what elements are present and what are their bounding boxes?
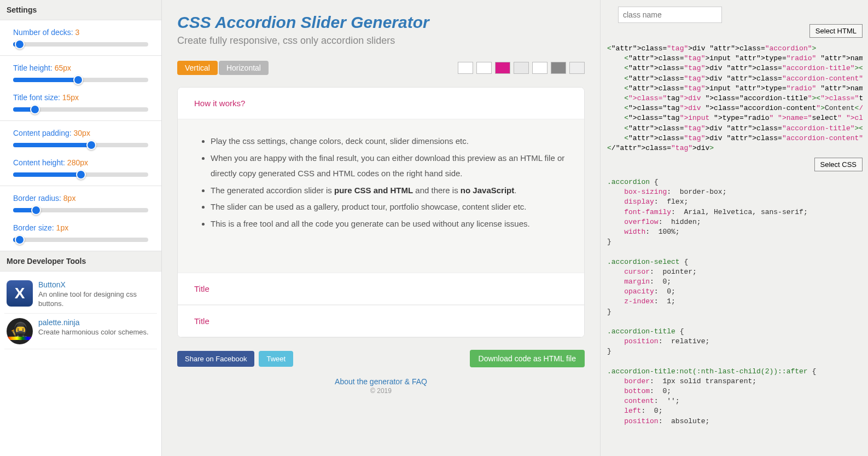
accordion-title-1[interactable]: How it works? [178, 88, 584, 119]
tweet-button[interactable]: Tweet [259, 351, 293, 367]
tool-title: ButtonX [38, 280, 155, 289]
tool-item[interactable]: 🥷 palette.ninja Create harmonious color … [4, 314, 157, 349]
select-html-button[interactable]: Select HTML [809, 24, 863, 38]
tools-header: More Developer Tools [0, 251, 161, 272]
slider[interactable] [13, 172, 148, 177]
slider-thumb[interactable] [86, 140, 96, 150]
color-swatch-3[interactable] [495, 62, 510, 74]
top-controls-row: Vertical Horizontal [177, 61, 585, 75]
accordion-content-1: Play the css settings, change colors, de… [178, 119, 584, 273]
slider[interactable] [13, 143, 148, 147]
bullet-item: The generated accordion slider is pure C… [211, 183, 568, 199]
setting-group: Border size: 1px [0, 216, 161, 251]
slider-thumb[interactable] [15, 39, 25, 49]
color-swatch-7[interactable] [569, 62, 585, 74]
tool-info: ButtonX An online tool for designing css… [38, 280, 155, 309]
class-name-input[interactable] [618, 7, 722, 23]
settings-panel: Settings Number of decks: 3 Title height… [0, 0, 162, 456]
main-panel: CSS Accordion Slider Generator Create fu… [162, 0, 600, 456]
slider[interactable] [13, 208, 148, 212]
footer: About the generator & FAQ © 2019 [177, 377, 585, 395]
slider[interactable] [13, 42, 148, 47]
color-swatch-2[interactable] [476, 62, 492, 74]
select-css-button[interactable]: Select CSS [814, 158, 863, 171]
html-code-area[interactable]: <"attr">class="tag">div "attr">class="ac… [605, 27, 863, 158]
color-swatch-1[interactable] [458, 62, 473, 74]
setting-label: Border size: 1px [13, 223, 148, 232]
share-row: Share on Facebook Tweet Download code as… [177, 350, 585, 367]
tab-horizontal[interactable]: Horizontal [219, 61, 269, 75]
setting-label: Border radius: 8px [13, 194, 148, 203]
setting-group: Number of decks: 3 [0, 20, 161, 56]
share-buttons: Share on Facebook Tweet [177, 351, 293, 367]
slider-thumb[interactable] [30, 105, 40, 114]
setting-label: Title height: 65px [13, 64, 148, 72]
accordion-preview: How it works? Play the css settings, cha… [177, 87, 585, 338]
page-title: CSS Accordion Slider Generator [177, 13, 585, 32]
setting-label: Content height: 280px [13, 158, 148, 167]
tool-description: Create harmonious color schemes. [38, 328, 149, 337]
tool-item[interactable]: X ButtonX An online tool for designing c… [4, 276, 157, 314]
slider[interactable] [13, 78, 148, 82]
tab-vertical[interactable]: Vertical [177, 61, 218, 75]
color-swatch-4[interactable] [514, 62, 529, 74]
slider[interactable] [13, 238, 148, 242]
setting-group: Title height: 65px [0, 56, 161, 85]
slider[interactable] [13, 107, 148, 112]
setting-label: Number of decks: 3 [13, 28, 148, 37]
page-subtitle: Create fully responsive, css only accord… [177, 35, 585, 47]
setting-label: Content padding: 30px [13, 129, 148, 137]
setting-group: Content padding: 30px [0, 121, 161, 151]
setting-group: Border radius: 8px [0, 186, 161, 216]
slider-thumb[interactable] [31, 205, 41, 215]
color-swatch-5[interactable] [532, 62, 547, 74]
slider-thumb[interactable] [73, 75, 83, 85]
setting-group: Content height: 280px [0, 151, 161, 186]
tool-icon: 🥷 [7, 318, 33, 344]
color-swatches [458, 62, 585, 74]
bullet-item: Play the css settings, change colors, de… [211, 134, 568, 149]
accordion-title-2[interactable]: Title [178, 273, 584, 305]
tool-description: An online tool for designing css buttons… [38, 290, 155, 309]
bullet-item: When you are happy with the final result… [211, 151, 568, 182]
tool-icon: X [7, 280, 33, 307]
setting-group: Title font size: 15px [0, 85, 161, 121]
tool-info: palette.ninja Create harmonious color sc… [38, 318, 149, 344]
orientation-tabs: Vertical Horizontal [177, 61, 269, 75]
slider-thumb[interactable] [15, 235, 25, 245]
about-link[interactable]: About the generator & FAQ [335, 377, 427, 386]
accordion-title-3[interactable]: Title [178, 305, 584, 337]
css-code-block: Select CSS .accordion { box-sizing: bord… [605, 161, 863, 431]
bullet-item: This is a free tool and all the code you… [211, 216, 568, 232]
download-button[interactable]: Download code as HTML file [470, 350, 585, 367]
color-swatch-6[interactable] [551, 62, 566, 74]
html-code-block: Select HTML <"attr">class="tag">div "att… [605, 27, 863, 158]
tool-title: palette.ninja [38, 318, 149, 327]
css-code-area[interactable]: .accordion { box-sizing: border-box; dis… [605, 161, 863, 431]
share-facebook-button[interactable]: Share on Facebook [177, 351, 254, 367]
code-panel: Select HTML <"attr">class="tag">div "att… [600, 0, 868, 456]
bullet-item: The slider can be used as a gallery, pro… [211, 199, 568, 215]
settings-header: Settings [0, 0, 161, 20]
slider-thumb[interactable] [76, 170, 86, 180]
setting-label: Title font size: 15px [13, 93, 148, 102]
copyright: © 2019 [177, 387, 585, 395]
